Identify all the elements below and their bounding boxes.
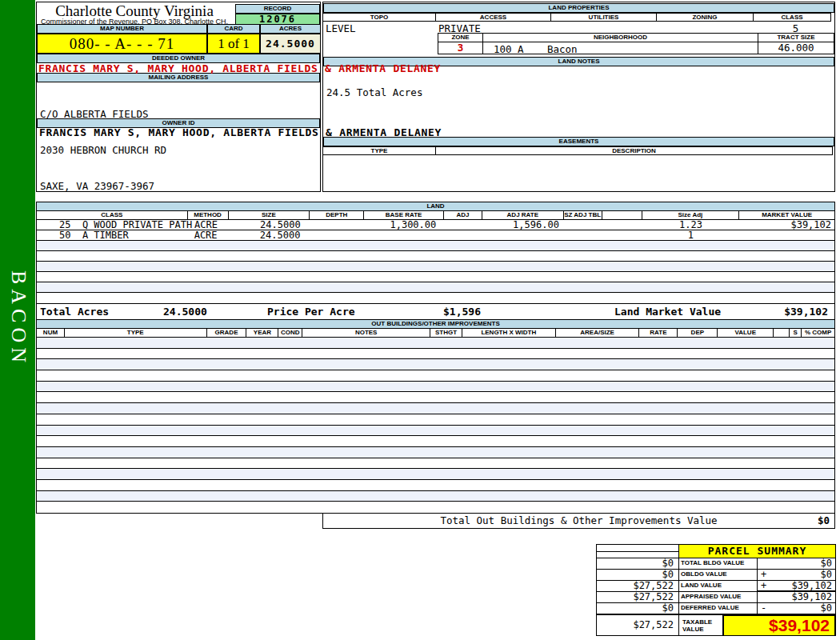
map-number-header: MAP NUMBER: [37, 24, 207, 34]
land-col-method: METHOD: [188, 211, 229, 219]
land-cell-class: 50 A TIMBER: [37, 230, 188, 240]
land-cell-method: ACRE: [188, 230, 229, 240]
class-column-header: CLASS: [753, 13, 831, 22]
land-cell-depth: [310, 220, 365, 230]
ob-col-cond: COND: [278, 329, 302, 337]
access-column-header: ACCESS: [435, 13, 551, 22]
prior-value: $0: [597, 603, 679, 614]
out-buildings-column-headers: NUMTYPEGRADEYEARCONDNOTESSTHGTLENGTH X W…: [37, 329, 834, 338]
county-sidebar: BACON: [0, 0, 35, 640]
total-acres-label: Total Acres: [40, 304, 109, 319]
parcel-summary-title: PARCEL SUMMARY: [679, 545, 835, 558]
land-cell-blank: [602, 220, 642, 230]
operator: -: [761, 603, 766, 614]
taxable-value: $39,102: [723, 615, 835, 636]
out-buildings-empty-row: [37, 382, 834, 393]
land-cell-adj-rate: 1,596.00: [482, 220, 564, 230]
out-buildings-empty-row: [37, 338, 834, 349]
ob-col-rate: RATE: [639, 329, 678, 337]
ob-col-type: TYPE: [65, 329, 207, 337]
taxable-value-row: $27,522 TAXABLE VALUE $39,102: [597, 614, 835, 636]
value-text: $0: [821, 569, 832, 580]
card-header: CARD: [207, 24, 260, 34]
land-cell-sz-adj-tbl: [564, 220, 602, 230]
owner-id-value: FRANCIS MARY S, MARY HOOD, ALBERTA FIELD…: [39, 126, 442, 138]
value-text: $39,102: [791, 591, 832, 602]
value-text: $39,102: [791, 580, 832, 591]
summary-label: TOTAL BLDG VALUE: [679, 558, 758, 570]
land-cell-size-adj: 1: [642, 230, 740, 240]
topo-column-header: TOPO: [322, 13, 436, 22]
ob-col-comp: % COMP: [802, 329, 834, 337]
out-buildings-section: OUT BUILDINGS/OTHER IMPROVEMENTS NUMTYPE…: [36, 319, 835, 530]
easement-type-column-header: TYPE: [322, 146, 436, 155]
prior-value: $0: [597, 558, 679, 570]
mailing-address-line-2: 2030 HEBRON CHURCH RD: [40, 144, 166, 156]
land-totals-row: Total Acres 24.5000 Price Per Acre $1,59…: [36, 303, 835, 320]
land-properties-header: LAND PROPERTIES: [323, 3, 834, 13]
ob-col-num: NUM: [37, 329, 65, 337]
land-empty-row: [37, 282, 834, 293]
out-buildings-empty-row: [37, 436, 834, 447]
taxable-value-label: TAXABLE VALUE: [679, 615, 723, 636]
parcel-summary: PARCEL SUMMARY $0TOTAL BLDG VALUE$0$0OBL…: [596, 544, 836, 636]
land-table: CLASSMETHODSIZEDEPTHBASE RATEADJADJ RATE…: [36, 210, 835, 304]
land-col-blank: [602, 211, 642, 219]
land-cell-adj: [444, 230, 482, 240]
ob-col-blank: [774, 329, 790, 337]
land-cell-size: 24.5000: [229, 230, 310, 240]
land-cell-base-rate: 1,300.00: [364, 220, 444, 230]
land-col-sz-adj-tbl: SZ ADJ TBL: [564, 211, 602, 219]
property-record-card: BACON Charlotte County Virginia Commissi…: [0, 0, 840, 640]
zoning-column-header: ZONING: [656, 13, 754, 22]
land-cell-sz-adj-tbl: [564, 230, 602, 240]
prior-value: $0: [597, 570, 679, 581]
parcel-summary-corner-cell: [597, 545, 679, 558]
out-buildings-empty-row: [37, 392, 834, 403]
parcel-summary-row-obldg-value: $0OBLDG VALUE+$0: [597, 570, 835, 581]
current-value: +$39,102: [758, 581, 835, 592]
current-value: -$0: [758, 603, 835, 614]
record-header: RECORD: [235, 4, 320, 14]
land-col-size-adj: Size Adj: [642, 211, 740, 219]
summary-label: LAND VALUE: [679, 581, 758, 592]
land-col-adj: ADJ: [444, 211, 482, 219]
map-number-value: 080- - A- - - 71: [37, 34, 207, 54]
land-row: 25 Q WOOD PRIVATE PATHACRE24.50001,300.0…: [37, 220, 834, 230]
card-value: 1 of 1: [207, 34, 260, 54]
ob-col-notes: NOTES: [302, 329, 430, 337]
ob-col-sthgt: STHGT: [430, 329, 462, 337]
land-empty-row: [37, 293, 834, 303]
out-buildings-empty-row: [37, 370, 834, 382]
current-value: $39,102: [758, 592, 835, 603]
county-title: Charlotte County Virginia: [37, 3, 232, 18]
prior-value: $27,522: [597, 592, 679, 603]
neighborhood-code: 100 A: [494, 43, 524, 55]
parcel-summary-row-appraised-value: $27,522APPRAISED VALUE$39,102: [597, 592, 835, 603]
land-note: 24.5 Total Acres: [326, 86, 422, 98]
summary-label: DEFERRED VALUE: [679, 603, 758, 614]
value-text: $0: [821, 558, 832, 569]
out-buildings-total-label: Total Out Buildings & Other Improvements…: [440, 514, 717, 526]
current-value: $0: [758, 558, 835, 570]
out-buildings-empty-row: [37, 447, 834, 458]
summary-label: OBLDG VALUE: [679, 570, 758, 581]
out-buildings-empty-row: [37, 480, 834, 491]
out-buildings-total-value: $0: [818, 514, 830, 528]
land-cell-base-rate: [364, 230, 444, 240]
topo-value: LEVEL: [326, 23, 356, 34]
land-market-value-label: Land Market Value: [614, 304, 721, 319]
land-cell-size: 24.5000: [229, 220, 310, 230]
county-header: Charlotte County Virginia Commissioner o…: [37, 2, 232, 24]
utilities-column-header: UTILITIES: [550, 13, 657, 22]
out-buildings-empty-row: [37, 414, 834, 426]
out-buildings-empty-row: [37, 458, 834, 470]
out-buildings-empty-row: [37, 349, 834, 360]
ob-col-grade: GRADE: [207, 329, 247, 337]
price-per-acre-value: $1,596: [443, 304, 481, 319]
out-buildings-table: NUMTYPEGRADEYEARCONDNOTESSTHGTLENGTH X W…: [36, 328, 835, 514]
land-cell-method: ACRE: [188, 220, 229, 230]
land-col-class: CLASS: [37, 211, 188, 219]
out-buildings-empty-row: [37, 469, 834, 480]
land-empty-row: [37, 272, 834, 282]
